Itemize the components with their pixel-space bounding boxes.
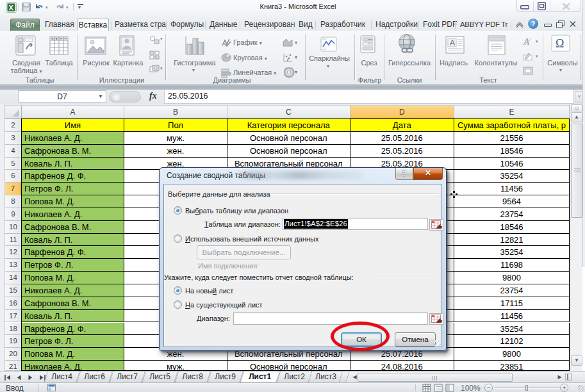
svg-text:A: A	[450, 38, 455, 47]
svg-text:Ω: Ω	[556, 37, 564, 50]
svg-text:X: X	[9, 4, 14, 12]
svg-text:A: A	[523, 37, 530, 47]
